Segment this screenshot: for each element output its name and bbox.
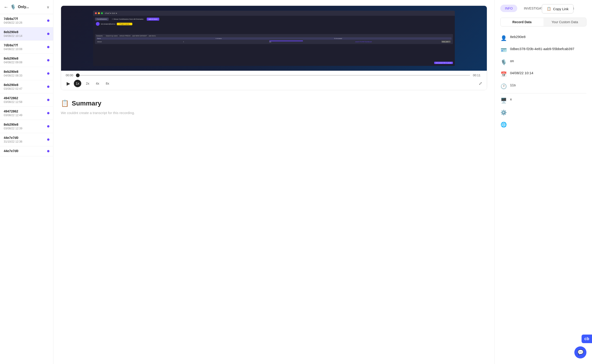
sidebar-item-dot xyxy=(47,150,49,152)
sidebar-item-date: 04/08/22 08:33 xyxy=(4,74,45,77)
sidebar-item[interactable]: 8eb290e8 04/08/22 09:08 xyxy=(0,54,53,67)
sidebar-item[interactable]: 8eb290e8 04/08/22 08:33 xyxy=(0,67,53,80)
record-duration-item: 🕐 11s xyxy=(500,80,586,92)
summary-title: 📋 Summary xyxy=(61,99,487,107)
video-mock-screen: ohad ● test ● Contributors □ Show Contri… xyxy=(93,11,455,66)
sidebar-item-dot xyxy=(47,112,49,114)
sidebar-item-text: 8eb290e8 04/08/22 10:14 xyxy=(4,30,45,38)
sidebar-item-date: 04/08/22 09:08 xyxy=(4,61,45,64)
sidebar-header: ← 🎙️ Only... ∨ xyxy=(0,0,53,14)
speed-1x-button[interactable]: 1x xyxy=(74,80,81,87)
sidebar-items-list: 7db9a77f 04/08/22 10:26 8eb290e8 04/08/2… xyxy=(0,14,53,156)
sidebar-item-dot xyxy=(47,20,49,22)
tab-info[interactable]: INFO xyxy=(500,5,517,12)
sidebar-item-text: 7db9a77f 04/08/22 10:26 xyxy=(4,17,45,24)
speed-2x-button[interactable]: 2x xyxy=(84,81,91,86)
sidebar: ← 🎙️ Only... ∨ 7db9a77f 04/08/22 10:26 8… xyxy=(0,0,54,364)
microphone-icon: 🎙️ xyxy=(500,59,507,65)
sidebar-header-icon: 🎙️ xyxy=(10,4,16,10)
cb-badge[interactable]: cb xyxy=(582,335,592,343)
record-date-item: 📅 04/08/22 10:14 xyxy=(500,68,586,80)
summary-icon: 📋 xyxy=(61,99,69,107)
sidebar-item-dot xyxy=(47,99,49,101)
sidebar-item-id: 49472862 xyxy=(4,96,45,100)
video-controls: 00:00 00:11 ▶ 1x 2x 4x 8x ⤢ xyxy=(61,71,487,90)
sidebar-item-id: 44e7e7d0 xyxy=(4,149,45,153)
record-mic-item: 🎙️ on xyxy=(500,56,586,68)
tab-custom-data[interactable]: Your Custom Data xyxy=(544,18,586,26)
mic-status-value: on xyxy=(510,59,514,63)
sidebar-item-text: 49472862 03/08/22 12:49 xyxy=(4,110,45,117)
user-icon: 👤 xyxy=(500,35,507,41)
id-card-icon: 🪪 xyxy=(500,47,507,53)
record-divider xyxy=(500,93,586,93)
sidebar-item-date: 31/10/22 12:36 xyxy=(4,140,45,143)
sidebar-item-dot xyxy=(47,138,49,141)
sidebar-item[interactable]: 8eb290e8 03/08/22 12:39 xyxy=(0,120,53,133)
speed-4x-button[interactable]: 4x xyxy=(94,81,101,86)
sub-tabs: Record Data Your Custom Data xyxy=(500,18,586,26)
copy-link-label: Copy Link xyxy=(553,7,569,11)
sidebar-item-text: 44e7e7d0 xyxy=(4,149,45,153)
summary-heading: Summary xyxy=(72,100,101,107)
sidebar-item-id: 8eb290e8 xyxy=(4,83,45,87)
video-player: ohad ● test ● Contributors □ Show Contri… xyxy=(61,6,487,90)
sidebar-title: Only... xyxy=(18,5,45,9)
sidebar-item-text: 8eb290e8 03/08/22 12:39 xyxy=(4,123,45,130)
sidebar-item-id: 49472862 xyxy=(4,110,45,113)
sidebar-item-date: 03/08/22 12:49 xyxy=(4,114,45,117)
progress-bar-container: 00:00 00:11 xyxy=(66,73,482,77)
monitor-icon: 🖥️ xyxy=(500,98,507,104)
speed-8x-button[interactable]: 8x xyxy=(104,81,111,86)
session-id-value: 0dbec378-f20b-4e81-aab9-55bbefcab397 xyxy=(510,47,574,51)
sidebar-item[interactable]: 49472862 03/08/22 12:49 xyxy=(0,107,53,120)
sidebar-item-date: 03/08/22 02:47 xyxy=(4,87,45,91)
sidebar-item-dot xyxy=(47,46,49,48)
sidebar-item[interactable]: 8eb290e8 04/08/22 10:14 xyxy=(0,27,53,41)
right-panel: INFO INVESTIGATE ANALYTICS Record Data Y… xyxy=(494,0,592,364)
back-button[interactable]: ← xyxy=(4,4,8,10)
sidebar-item-dot xyxy=(47,72,49,75)
record-user-id-item: 👤 8eb290e8 xyxy=(500,32,586,44)
globe-icon: 🌐 xyxy=(500,122,507,128)
record-session-id-item: 🪪 0dbec378-f20b-4e81-aab9-55bbefcab397 xyxy=(500,44,586,56)
progress-track[interactable] xyxy=(78,75,470,76)
sidebar-item-text: 49472862 03/08/22 12:58 xyxy=(4,96,45,104)
sidebar-item[interactable]: 44e7e7d0 xyxy=(0,146,53,156)
sidebar-item[interactable]: 7db9a77f 04/08/22 10:08 xyxy=(0,41,53,54)
clock-icon: 🕐 xyxy=(500,84,507,90)
sidebar-item-text: 8eb290e8 04/08/22 09:08 xyxy=(4,57,45,64)
sidebar-item-id: 8eb290e8 xyxy=(4,70,45,73)
calendar-icon: 📅 xyxy=(500,72,507,78)
play-button[interactable]: ▶ xyxy=(66,80,71,87)
summary-text: We couldnt create a transcript for this … xyxy=(61,111,487,115)
tab-record-data[interactable]: Record Data xyxy=(501,18,544,26)
progress-thumb[interactable] xyxy=(76,73,80,77)
user-id-value: 8eb290e8 xyxy=(510,35,526,39)
sidebar-item-date: 04/08/22 10:26 xyxy=(4,21,45,24)
time-end: 00:11 xyxy=(473,73,482,77)
sidebar-item-dot xyxy=(47,59,49,61)
sidebar-item[interactable]: 8eb290e8 03/08/22 02:47 xyxy=(0,80,53,93)
expand-button[interactable]: ⤢ xyxy=(479,81,482,86)
sidebar-item[interactable]: 49472862 03/08/22 12:58 xyxy=(0,93,53,107)
sidebar-item-date: 04/08/22 10:14 xyxy=(4,34,45,38)
record-cpu-item: ⚙️ xyxy=(500,106,586,118)
chat-button[interactable]: 💬 xyxy=(574,346,586,358)
cpu-icon: ⚙️ xyxy=(500,110,507,116)
chevron-down-icon[interactable]: ∨ xyxy=(47,5,49,9)
sidebar-item-dot xyxy=(47,33,49,35)
sidebar-item[interactable]: 7db9a77f 04/08/22 10:26 xyxy=(0,14,53,27)
sidebar-item-text: 7db9a77f 04/08/22 10:08 xyxy=(4,43,45,51)
sidebar-item-date: 03/08/22 12:39 xyxy=(4,127,45,130)
chat-icon: 💬 xyxy=(577,349,584,355)
sidebar-item-text: 8eb290e8 04/08/22 08:33 xyxy=(4,70,45,77)
sidebar-item-text: 44e7e7d0 31/10/22 12:36 xyxy=(4,136,45,143)
controls-row: ▶ 1x 2x 4x 8x ⤢ xyxy=(66,80,482,87)
duration-value: 11s xyxy=(510,83,516,87)
monitor-value: x xyxy=(510,97,512,101)
sidebar-item[interactable]: 44e7e7d0 31/10/22 12:36 xyxy=(0,133,53,146)
copy-link-button[interactable]: 📋 Copy Link xyxy=(542,4,573,13)
summary-section: 📋 Summary We couldnt create a transcript… xyxy=(61,98,487,117)
date-value: 04/08/22 10:14 xyxy=(510,71,533,75)
